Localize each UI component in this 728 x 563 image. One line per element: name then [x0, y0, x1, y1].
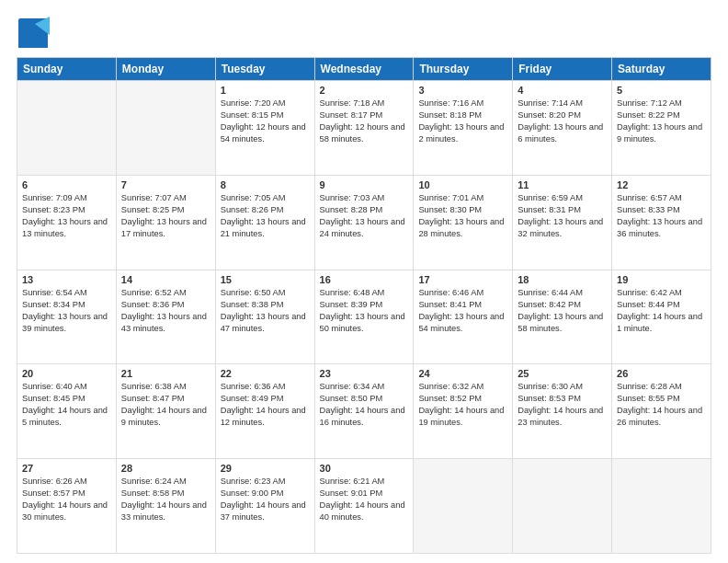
- day-info: Sunrise: 6:50 AM Sunset: 8:38 PM Dayligh…: [221, 287, 310, 335]
- calendar-cell: 4Sunrise: 7:14 AM Sunset: 8:20 PM Daylig…: [513, 81, 612, 176]
- calendar-header-row: SundayMondayTuesdayWednesdayThursdayFrid…: [17, 58, 711, 81]
- calendar-cell: 15Sunrise: 6:50 AM Sunset: 8:38 PM Dayli…: [215, 270, 314, 364]
- calendar-table: SundayMondayTuesdayWednesdayThursdayFrid…: [17, 57, 711, 554]
- day-info: Sunrise: 6:24 AM Sunset: 8:58 PM Dayligh…: [121, 476, 210, 523]
- day-number: 21: [121, 368, 210, 379]
- day-info: Sunrise: 7:18 AM Sunset: 8:17 PM Dayligh…: [320, 98, 409, 145]
- day-number: 6: [22, 179, 111, 190]
- day-header-wednesday: Wednesday: [314, 58, 414, 81]
- calendar-cell: 7Sunrise: 7:07 AM Sunset: 8:25 PM Daylig…: [116, 175, 215, 270]
- day-info: Sunrise: 7:16 AM Sunset: 8:18 PM Dayligh…: [418, 98, 507, 145]
- day-info: Sunrise: 6:34 AM Sunset: 8:50 PM Dayligh…: [320, 381, 409, 429]
- calendar-cell: 23Sunrise: 6:34 AM Sunset: 8:50 PM Dayli…: [314, 364, 414, 459]
- calendar-cell: 26Sunrise: 6:28 AM Sunset: 8:55 PM Dayli…: [612, 364, 711, 459]
- day-number: 4: [518, 85, 607, 96]
- day-number: 30: [320, 463, 409, 474]
- day-number: 26: [617, 368, 706, 379]
- day-info: Sunrise: 6:48 AM Sunset: 8:39 PM Dayligh…: [320, 287, 409, 335]
- calendar-cell: 29Sunrise: 6:23 AM Sunset: 9:00 PM Dayli…: [215, 459, 314, 554]
- calendar-week-4: 20Sunrise: 6:40 AM Sunset: 8:45 PM Dayli…: [17, 364, 711, 459]
- page: SundayMondayTuesdayWednesdayThursdayFrid…: [0, 0, 728, 563]
- calendar-cell: 13Sunrise: 6:54 AM Sunset: 8:34 PM Dayli…: [17, 270, 117, 364]
- day-number: 14: [121, 274, 210, 285]
- calendar-cell: 10Sunrise: 7:01 AM Sunset: 8:30 PM Dayli…: [414, 175, 513, 270]
- calendar-cell: 2Sunrise: 7:18 AM Sunset: 8:17 PM Daylig…: [314, 81, 414, 176]
- day-info: Sunrise: 6:54 AM Sunset: 8:34 PM Dayligh…: [22, 287, 111, 335]
- day-info: Sunrise: 6:32 AM Sunset: 8:52 PM Dayligh…: [418, 381, 507, 429]
- calendar-cell: [116, 81, 215, 176]
- day-info: Sunrise: 6:21 AM Sunset: 9:01 PM Dayligh…: [320, 476, 409, 523]
- day-info: Sunrise: 6:40 AM Sunset: 8:45 PM Dayligh…: [22, 381, 111, 429]
- day-info: Sunrise: 6:36 AM Sunset: 8:49 PM Dayligh…: [221, 381, 310, 429]
- day-info: Sunrise: 6:26 AM Sunset: 8:57 PM Dayligh…: [22, 476, 111, 523]
- day-info: Sunrise: 6:23 AM Sunset: 9:00 PM Dayligh…: [221, 476, 310, 523]
- calendar-cell: 16Sunrise: 6:48 AM Sunset: 8:39 PM Dayli…: [314, 270, 414, 364]
- day-info: Sunrise: 7:07 AM Sunset: 8:25 PM Dayligh…: [121, 192, 210, 240]
- day-number: 22: [221, 368, 310, 379]
- day-number: 23: [320, 368, 409, 379]
- day-info: Sunrise: 6:46 AM Sunset: 8:41 PM Dayligh…: [418, 287, 507, 335]
- day-number: 7: [121, 179, 210, 190]
- day-info: Sunrise: 7:12 AM Sunset: 8:22 PM Dayligh…: [617, 98, 706, 145]
- calendar-cell: 18Sunrise: 6:44 AM Sunset: 8:42 PM Dayli…: [513, 270, 612, 364]
- day-number: 8: [221, 179, 310, 190]
- day-header-thursday: Thursday: [414, 58, 513, 81]
- calendar-cell: 5Sunrise: 7:12 AM Sunset: 8:22 PM Daylig…: [612, 81, 711, 176]
- day-info: Sunrise: 6:42 AM Sunset: 8:44 PM Dayligh…: [617, 287, 706, 335]
- day-number: 28: [121, 463, 210, 474]
- day-number: 15: [221, 274, 310, 285]
- day-number: 9: [320, 179, 409, 190]
- day-number: 17: [418, 274, 507, 285]
- day-number: 12: [617, 179, 706, 190]
- calendar-cell: 21Sunrise: 6:38 AM Sunset: 8:47 PM Dayli…: [116, 364, 215, 459]
- calendar-cell: 3Sunrise: 7:16 AM Sunset: 8:18 PM Daylig…: [414, 81, 513, 176]
- day-number: 11: [518, 179, 607, 190]
- day-header-saturday: Saturday: [612, 58, 711, 81]
- day-info: Sunrise: 6:38 AM Sunset: 8:47 PM Dayligh…: [121, 381, 210, 429]
- day-header-sunday: Sunday: [17, 58, 117, 81]
- day-number: 2: [320, 85, 409, 96]
- day-header-friday: Friday: [513, 58, 612, 81]
- calendar-cell: 9Sunrise: 7:03 AM Sunset: 8:28 PM Daylig…: [314, 175, 414, 270]
- day-number: 27: [22, 463, 111, 474]
- day-number: 29: [221, 463, 310, 474]
- day-info: Sunrise: 6:52 AM Sunset: 8:36 PM Dayligh…: [121, 287, 210, 335]
- logo-icon: [17, 17, 50, 50]
- day-number: 20: [22, 368, 111, 379]
- calendar-cell: [17, 81, 117, 176]
- calendar-cell: [612, 459, 711, 554]
- calendar-week-2: 6Sunrise: 7:09 AM Sunset: 8:23 PM Daylig…: [17, 175, 711, 270]
- day-header-tuesday: Tuesday: [215, 58, 314, 81]
- calendar-cell: 28Sunrise: 6:24 AM Sunset: 8:58 PM Dayli…: [116, 459, 215, 554]
- calendar-cell: 14Sunrise: 6:52 AM Sunset: 8:36 PM Dayli…: [116, 270, 215, 364]
- day-info: Sunrise: 7:14 AM Sunset: 8:20 PM Dayligh…: [518, 98, 607, 145]
- calendar-cell: 20Sunrise: 6:40 AM Sunset: 8:45 PM Dayli…: [17, 364, 117, 459]
- calendar-cell: 19Sunrise: 6:42 AM Sunset: 8:44 PM Dayli…: [612, 270, 711, 364]
- day-number: 10: [418, 179, 507, 190]
- day-info: Sunrise: 6:59 AM Sunset: 8:31 PM Dayligh…: [518, 192, 607, 240]
- day-number: 16: [320, 274, 409, 285]
- calendar-week-3: 13Sunrise: 6:54 AM Sunset: 8:34 PM Dayli…: [17, 270, 711, 364]
- calendar-cell: 30Sunrise: 6:21 AM Sunset: 9:01 PM Dayli…: [314, 459, 414, 554]
- day-number: 13: [22, 274, 111, 285]
- calendar-week-1: 1Sunrise: 7:20 AM Sunset: 8:15 PM Daylig…: [17, 81, 711, 176]
- calendar-cell: 6Sunrise: 7:09 AM Sunset: 8:23 PM Daylig…: [17, 175, 117, 270]
- calendar-cell: 22Sunrise: 6:36 AM Sunset: 8:49 PM Dayli…: [215, 364, 314, 459]
- day-number: 5: [617, 85, 706, 96]
- day-info: Sunrise: 7:20 AM Sunset: 8:15 PM Dayligh…: [221, 98, 310, 145]
- day-number: 24: [418, 368, 507, 379]
- calendar-cell: 12Sunrise: 6:57 AM Sunset: 8:33 PM Dayli…: [612, 175, 711, 270]
- day-info: Sunrise: 6:28 AM Sunset: 8:55 PM Dayligh…: [617, 381, 706, 429]
- calendar-cell: 27Sunrise: 6:26 AM Sunset: 8:57 PM Dayli…: [17, 459, 117, 554]
- day-number: 19: [617, 274, 706, 285]
- day-number: 3: [418, 85, 507, 96]
- calendar-cell: 25Sunrise: 6:30 AM Sunset: 8:53 PM Dayli…: [513, 364, 612, 459]
- day-number: 18: [518, 274, 607, 285]
- calendar-cell: 11Sunrise: 6:59 AM Sunset: 8:31 PM Dayli…: [513, 175, 612, 270]
- calendar-cell: 17Sunrise: 6:46 AM Sunset: 8:41 PM Dayli…: [414, 270, 513, 364]
- calendar-cell: [414, 459, 513, 554]
- day-info: Sunrise: 7:03 AM Sunset: 8:28 PM Dayligh…: [320, 192, 409, 240]
- day-header-monday: Monday: [116, 58, 215, 81]
- day-number: 25: [518, 368, 607, 379]
- day-info: Sunrise: 7:09 AM Sunset: 8:23 PM Dayligh…: [22, 192, 111, 240]
